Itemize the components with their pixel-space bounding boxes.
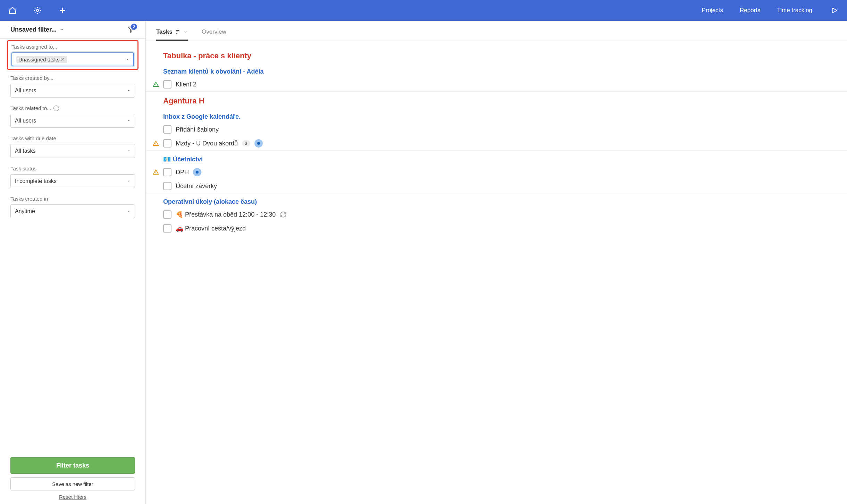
filter-related-to-value: All users xyxy=(15,118,36,124)
task-label: Přidání šablony xyxy=(176,126,219,133)
play-icon[interactable] xyxy=(829,5,840,16)
active-filters-indicator[interactable]: 2 xyxy=(127,26,135,33)
home-icon[interactable] xyxy=(7,5,18,16)
priority-medium-icon xyxy=(153,140,159,146)
filter-due-date-select[interactable]: All tasks xyxy=(10,144,135,158)
status-dot-icon xyxy=(193,168,201,176)
caret-down-icon xyxy=(127,179,131,183)
filter-due-date-value: All tasks xyxy=(15,148,36,154)
reset-filters-link[interactable]: Reset filters xyxy=(10,494,135,500)
tab-overview-label: Overview xyxy=(202,28,226,35)
topbar-left xyxy=(7,5,68,16)
caret-down-icon xyxy=(126,58,129,61)
caret-down-icon xyxy=(127,89,131,92)
task-checkbox[interactable] xyxy=(163,210,171,219)
task-row[interactable]: Přidání šablony xyxy=(146,123,847,136)
save-filter-button[interactable]: Save as new filter xyxy=(10,477,135,490)
topbar-right: Projects Reports Time tracking xyxy=(702,5,840,16)
tasklist-emoji: 💶 xyxy=(163,156,171,163)
task-checkbox[interactable] xyxy=(163,224,171,233)
task-label: Účetní závěrky xyxy=(176,183,217,190)
sidebar-body: Tasks assigned to... Unassigned tasks ✕ … xyxy=(0,39,145,453)
task-label: Klient 2 xyxy=(176,81,196,88)
caret-down-icon xyxy=(127,210,131,213)
nav-reports[interactable]: Reports xyxy=(740,7,761,14)
tasklist-title[interactable]: Seznam klientů k obvolání - Adéla xyxy=(146,63,847,77)
task-row[interactable]: DPH xyxy=(146,165,847,179)
filter-status-label: Task status xyxy=(10,166,135,171)
caret-down-icon xyxy=(127,149,131,153)
filter-related-to-label: Tasks related to... i xyxy=(10,105,135,111)
task-checkbox[interactable] xyxy=(163,80,171,89)
filter-assigned-to-label: Tasks assigned to... xyxy=(11,44,134,50)
filter-related-to: Tasks related to... i All users xyxy=(10,105,135,128)
tab-tasks[interactable]: Tasks xyxy=(156,26,188,41)
filter-created-in: Tasks created in Anytime xyxy=(10,196,135,218)
tasklist-title[interactable]: 💶 Účetnictví xyxy=(146,151,847,165)
list-view-icon xyxy=(175,29,181,35)
task-list: Tabulka - práce s klienty Seznam klientů… xyxy=(146,41,847,504)
task-checkbox[interactable] xyxy=(163,125,171,134)
sidebar-footer: Filter tasks Save as new filter Reset fi… xyxy=(0,453,145,504)
filter-title[interactable]: Unsaved filter... xyxy=(10,26,57,33)
project-title[interactable]: Tabulka - práce s klienty xyxy=(146,47,847,63)
filter-created-by-select[interactable]: All users xyxy=(10,84,135,98)
filter-created-by-label: Tasks created by... xyxy=(10,75,135,81)
tasklist-title[interactable]: Inbox z Google kalendáře. xyxy=(146,108,847,123)
chevron-down-icon[interactable] xyxy=(59,27,64,32)
nav-time-tracking[interactable]: Time tracking xyxy=(777,7,812,14)
assignee-chip: Unassigned tasks ✕ xyxy=(16,56,67,63)
filter-due-date: Tasks with due date All tasks xyxy=(10,135,135,158)
filter-status-select[interactable]: Incomplete tasks xyxy=(10,174,135,188)
task-row[interactable]: 🍕 Přestávka na oběd 12:00 - 12:30 xyxy=(146,208,847,221)
svg-point-0 xyxy=(36,9,39,11)
filter-assigned-to: Tasks assigned to... Unassigned tasks ✕ xyxy=(7,40,139,70)
status-dot-icon xyxy=(254,139,263,148)
task-row[interactable]: Účetní závěrky xyxy=(146,179,847,193)
tab-overview[interactable]: Overview xyxy=(202,26,226,41)
chevron-down-icon[interactable] xyxy=(184,30,188,34)
task-checkbox[interactable] xyxy=(163,168,171,176)
filter-tasks-button[interactable]: Filter tasks xyxy=(10,457,135,474)
filter-related-to-select[interactable]: All users xyxy=(10,114,135,128)
task-label: 🚗 Pracovní cesta/výjezd xyxy=(176,225,246,232)
topbar: Projects Reports Time tracking xyxy=(0,0,847,21)
task-label: 🍕 Přestávka na oběd 12:00 - 12:30 xyxy=(176,211,276,218)
chip-remove-icon[interactable]: ✕ xyxy=(61,57,65,62)
assignee-chip-label: Unassigned tasks xyxy=(18,57,59,62)
subtask-count-badge: 3 xyxy=(242,140,250,146)
filter-status-value: Incomplete tasks xyxy=(15,178,57,184)
content: Tasks Overview Tabulka - práce s klienty… xyxy=(146,21,847,504)
task-checkbox[interactable] xyxy=(163,139,171,148)
task-row[interactable]: Klient 2 xyxy=(146,77,847,91)
filter-status: Task status Incomplete tasks xyxy=(10,166,135,188)
filter-count-badge: 2 xyxy=(131,24,137,30)
tab-tasks-label: Tasks xyxy=(156,28,173,35)
caret-down-icon xyxy=(127,119,131,123)
filter-created-in-label: Tasks created in xyxy=(10,196,135,202)
task-row[interactable]: Mzdy - U Dvou akordů 3 xyxy=(146,136,847,150)
content-tabs: Tasks Overview xyxy=(146,21,847,41)
task-label: DPH xyxy=(176,169,189,176)
project-title[interactable]: Agentura H xyxy=(146,92,847,108)
priority-medium-icon xyxy=(153,169,159,175)
filter-due-date-label: Tasks with due date xyxy=(10,135,135,141)
add-icon[interactable] xyxy=(57,5,68,16)
task-label: Mzdy - U Dvou akordů xyxy=(176,140,238,147)
sidebar-header: Unsaved filter... 2 xyxy=(0,21,145,39)
task-checkbox[interactable] xyxy=(163,182,171,190)
sidebar: Unsaved filter... 2 Tasks assigned to...… xyxy=(0,21,146,504)
filter-created-by: Tasks created by... All users xyxy=(10,75,135,98)
tasklist-title[interactable]: Operativní úkoly (alokace času) xyxy=(146,193,847,208)
task-row[interactable]: 🚗 Pracovní cesta/výjezd xyxy=(146,221,847,235)
info-icon[interactable]: i xyxy=(53,106,59,111)
filter-created-by-value: All users xyxy=(15,87,36,94)
gear-icon[interactable] xyxy=(32,5,43,16)
filter-created-in-select[interactable]: Anytime xyxy=(10,204,135,218)
main-layout: Unsaved filter... 2 Tasks assigned to...… xyxy=(0,21,847,504)
recurring-icon xyxy=(280,211,287,218)
priority-high-icon xyxy=(153,81,159,87)
tasklist-title-label: Účetnictví xyxy=(173,156,203,163)
nav-projects[interactable]: Projects xyxy=(702,7,723,14)
filter-assigned-to-select[interactable]: Unassigned tasks ✕ xyxy=(11,52,134,66)
